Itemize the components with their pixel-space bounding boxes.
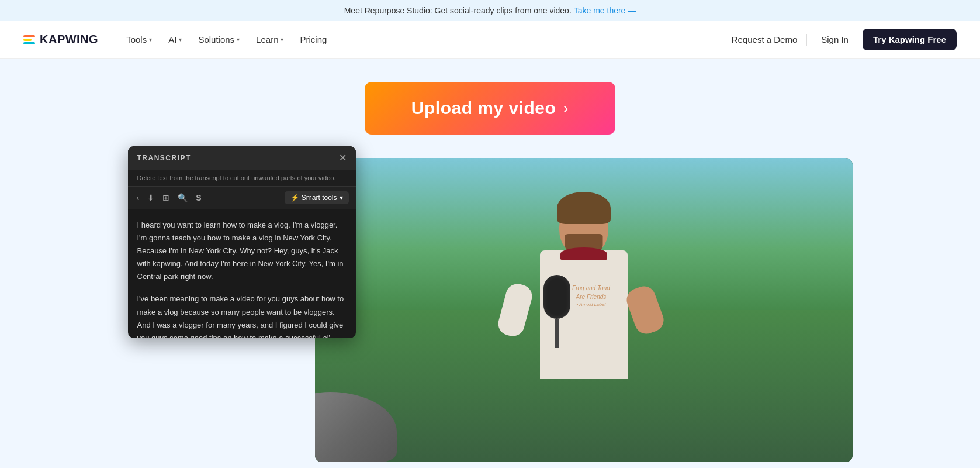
navbar: KAPWING Tools ▾ AI ▾ Solutions ▾ Learn ▾… <box>0 21 980 58</box>
try-kapwing-button[interactable]: Try Kapwing Free <box>863 29 957 50</box>
search-icon[interactable]: 🔍 <box>176 191 189 204</box>
video-frame: Frog and Toad Are Friends • Arnold Lobel <box>315 158 853 462</box>
upload-button-label: Upload my video <box>411 98 556 118</box>
person-figure: Frog and Toad Are Friends • Arnold Lobel <box>490 181 677 462</box>
shirt-line1: Frog and Toad <box>572 284 610 292</box>
logo-bar-blue <box>23 42 35 44</box>
ai-chevron-icon: ▾ <box>179 36 182 43</box>
mic-head <box>543 275 570 319</box>
main-content: Upload my video › TRANSCRIPT ✕ Delete te… <box>0 58 980 468</box>
sign-in-button[interactable]: Sign In <box>814 30 856 49</box>
logo[interactable]: KAPWING <box>23 33 98 46</box>
transcript-close-button[interactable]: ✕ <box>339 153 347 163</box>
nav-links: Tools ▾ AI ▾ Solutions ▾ Learn ▾ Pricing <box>119 30 729 49</box>
back-icon[interactable]: ‹ <box>135 191 141 204</box>
download-icon[interactable]: ⬇ <box>146 191 156 204</box>
upload-video-button[interactable]: Upload my video › <box>365 82 615 135</box>
transcript-title: TRANSCRIPT <box>137 154 191 162</box>
nav-divider <box>806 34 807 46</box>
banner-link[interactable]: Take me there — <box>574 6 636 15</box>
nav-right: Request a Demo Sign In Try Kapwing Free <box>729 29 957 50</box>
logo-icon <box>23 35 35 44</box>
learn-chevron-icon: ▾ <box>281 36 283 43</box>
smart-tools-button[interactable]: ⚡ Smart tools ▾ <box>285 191 349 204</box>
transcript-hint: Delete text from the transcript to cut o… <box>128 170 356 187</box>
transcript-header: TRANSCRIPT ✕ <box>128 146 356 170</box>
nav-item-ai[interactable]: AI ▾ <box>161 30 189 49</box>
nav-item-learn[interactable]: Learn ▾ <box>249 30 290 49</box>
smart-tools-label: Smart tools <box>302 194 337 202</box>
transcript-toolbar: ‹ ⬇ ⊞ 🔍 S ⚡ Smart tools ▾ <box>128 187 356 209</box>
transcript-paragraph-2: I've been meaning to make a video for yo… <box>137 292 347 338</box>
smart-tools-chevron-icon: ▾ <box>340 194 343 202</box>
person-hair <box>557 192 611 224</box>
banner-text: Meet Repurpose Studio: Get social-ready … <box>344 6 572 15</box>
logo-text: KAPWING <box>40 33 98 46</box>
transcript-body: I heard you want to learn how to make a … <box>128 209 356 338</box>
shirt-text: Frog and Toad Are Friends • Arnold Lobel <box>572 284 610 308</box>
transcript-panel: TRANSCRIPT ✕ Delete text from the transc… <box>128 146 356 338</box>
video-area: TRANSCRIPT ✕ Delete text from the transc… <box>128 158 853 462</box>
shirt-line2: Are Friends <box>572 292 610 301</box>
lightning-icon: ⚡ <box>290 194 299 202</box>
top-banner: Meet Repurpose Studio: Get social-ready … <box>0 0 980 21</box>
person-left-arm <box>496 281 535 339</box>
mic-stand <box>555 319 559 348</box>
tools-chevron-icon: ▾ <box>149 36 152 43</box>
layout-icon[interactable]: ⊞ <box>161 191 171 204</box>
strikethrough-icon[interactable]: S <box>194 191 203 204</box>
nav-item-pricing[interactable]: Pricing <box>293 30 334 49</box>
request-demo-link[interactable]: Request a Demo <box>729 30 800 49</box>
transcript-paragraph-1: I heard you want to learn how to make a … <box>137 219 347 283</box>
nav-item-tools[interactable]: Tools ▾ <box>119 30 159 49</box>
logo-bar-yellow <box>23 39 32 41</box>
microphone <box>542 275 572 345</box>
shirt-collar <box>560 247 607 260</box>
shirt-line3: • Arnold Lobel <box>572 301 610 308</box>
logo-bar-red <box>23 35 35 37</box>
solutions-chevron-icon: ▾ <box>237 36 240 43</box>
upload-chevron-icon: › <box>563 99 569 118</box>
person-right-arm <box>623 283 666 337</box>
nav-item-solutions[interactable]: Solutions ▾ <box>191 30 247 49</box>
